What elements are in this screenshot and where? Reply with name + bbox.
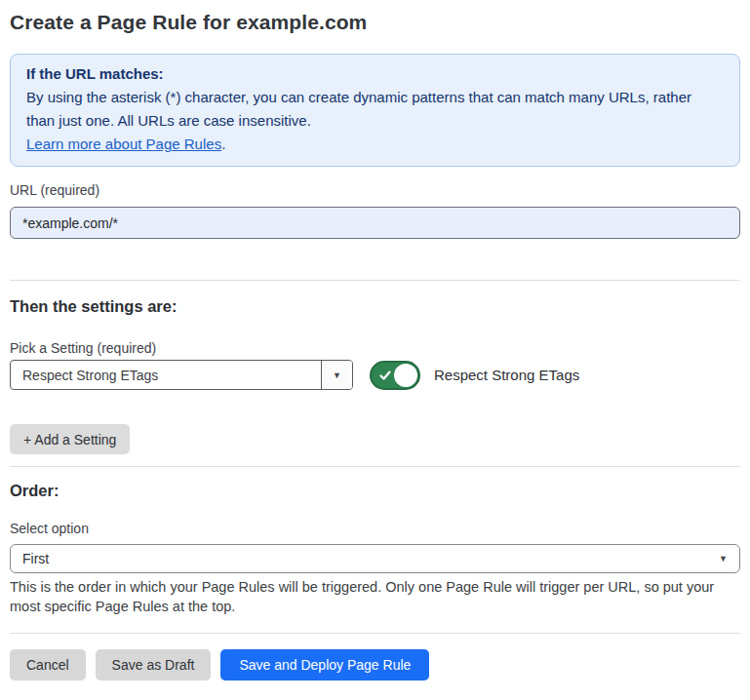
info-box-link-line: Learn more about Page Rules. xyxy=(26,133,724,156)
order-select[interactable]: First ▼ xyxy=(10,544,740,573)
section-divider xyxy=(10,280,740,281)
chevron-down-icon: ▼ xyxy=(719,554,728,564)
setting-select[interactable]: Respect Strong ETags ▼ xyxy=(10,360,353,390)
order-help-text: This is the order in which your Page Rul… xyxy=(10,577,740,616)
settings-heading: Then the settings are: xyxy=(10,296,740,316)
page-rule-form: Create a Page Rule for example.com If th… xyxy=(0,10,750,681)
url-match-info-box: If the URL matches: By using the asteris… xyxy=(10,54,740,167)
add-setting-button[interactable]: + Add a Setting xyxy=(10,424,130,454)
toggle-label: Respect Strong ETags xyxy=(434,367,579,383)
learn-more-link[interactable]: Learn more about Page Rules xyxy=(26,136,221,152)
setting-toggle[interactable] xyxy=(370,361,420,390)
order-select-value: First xyxy=(22,551,49,566)
info-box-body: By using the asterisk (*) character, you… xyxy=(26,86,724,133)
toggle-knob xyxy=(394,364,417,387)
pick-setting-label: Pick a Setting (required) xyxy=(10,339,740,357)
check-icon xyxy=(378,369,392,382)
url-input[interactable] xyxy=(10,207,740,239)
footer-divider xyxy=(10,633,740,634)
link-suffix: . xyxy=(221,136,225,152)
cancel-button[interactable]: Cancel xyxy=(10,649,86,681)
setting-select-value: Respect Strong ETags xyxy=(11,361,321,389)
save-as-draft-button[interactable]: Save as Draft xyxy=(96,649,212,681)
footer-buttons: Cancel Save as Draft Save and Deploy Pag… xyxy=(10,649,740,681)
page-title: Create a Page Rule for example.com xyxy=(10,10,740,35)
url-field-label: URL (required) xyxy=(10,181,740,199)
chevron-down-icon[interactable]: ▼ xyxy=(321,361,352,389)
order-select-label: Select option xyxy=(10,520,740,537)
info-box-heading: If the URL matches: xyxy=(26,62,724,86)
setting-row: Respect Strong ETags ▼ Respect Strong ET… xyxy=(10,360,740,390)
save-and-deploy-button[interactable]: Save and Deploy Page Rule xyxy=(220,649,429,681)
section-divider xyxy=(10,466,740,467)
order-heading: Order: xyxy=(10,481,740,500)
